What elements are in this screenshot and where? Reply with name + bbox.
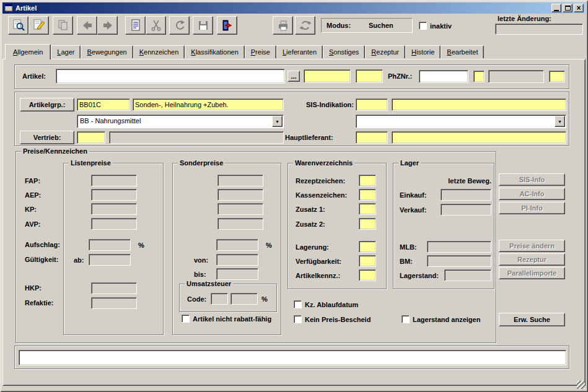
kein-preis-bescheid-checkbox[interactable]: Kein Preis-Bescheid [294,315,371,323]
cut-button[interactable] [146,16,166,35]
sis-indikation-text-input[interactable] [392,98,566,111]
vertrieb-name-field[interactable] [109,131,284,144]
status-section [14,346,569,369]
sonderpreise-group: Sonderpreise % von: bis: Umsatzsteuer Co… [172,163,281,335]
lagerstand-input[interactable] [444,269,491,281]
tab-historie[interactable]: Historie [405,45,441,58]
artikelgrp-button[interactable]: Artikelgrp.: [20,98,74,111]
indikation-dropdown-button[interactable]: ▼ [555,116,565,127]
lagerung-input[interactable] [359,241,376,253]
kz-ablaufdatum-checkbox[interactable]: Kz. Ablaufdatum [294,300,358,308]
bis-input[interactable] [216,268,258,280]
rabatt-checkbox[interactable]: Artikel nicht rabatt-fähig [182,315,271,323]
gueltig-ab-input[interactable] [89,254,131,266]
mlb-input[interactable] [427,241,491,253]
ust-satz-input[interactable] [230,293,258,305]
pi-info-button[interactable]: PI-Info [499,202,565,214]
vertrieb-button[interactable]: Vertrieb: [20,131,74,144]
modus-panel: Modus: Suchen [321,18,413,33]
tab-klassifikationen[interactable]: Klassifikationen [185,45,244,58]
hauptlieferant-name-input[interactable] [392,131,566,144]
sonderpreis-input-2[interactable] [217,189,263,201]
phznr-input[interactable] [419,70,468,83]
vertrieb-code-input[interactable] [77,131,105,144]
forward-button[interactable] [97,16,118,35]
artikel-input[interactable] [56,69,285,84]
copy-button[interactable] [53,16,73,35]
hkp-input[interactable] [91,282,137,294]
warengruppe-dropdown-button[interactable]: ▼ [272,116,283,127]
einkauf-input[interactable] [441,189,491,201]
hauptlieferant-code-input[interactable] [356,131,388,144]
refresh-button[interactable] [169,16,190,35]
ac-info-button[interactable]: AC-Info [499,188,565,200]
print-button[interactable] [273,16,293,35]
exit-button[interactable] [217,16,237,35]
percent-label: % [261,295,268,303]
tab-preise[interactable]: Preise [245,45,276,58]
refaktie-input[interactable] [91,297,137,309]
lagerstand-anzeigen-checkbox[interactable]: Lagerstand anzeigen [402,315,480,323]
von-input[interactable] [216,254,258,266]
save-button[interactable] [193,16,213,35]
sonderpreis-input-4[interactable] [217,218,263,230]
kassenzeichen-input[interactable] [359,189,376,201]
zusatz2-input[interactable] [359,218,376,230]
sis-info-button[interactable]: SIS-Info [499,173,565,186]
tab-sonstiges[interactable]: Sonstiges [323,45,365,58]
parallelimporte-button[interactable]: Parallelimporte [499,267,565,279]
minimize-button[interactable] [551,4,561,12]
zusatz1-input[interactable] [359,203,376,215]
phznr-info-field[interactable] [488,70,544,83]
back-button[interactable] [77,16,97,35]
sonderpreis-input-1[interactable] [217,175,263,186]
tab-rezeptur[interactable]: Rezeptur [365,45,405,58]
tab-lager[interactable]: Lager [51,45,81,58]
tab-kennzeichen[interactable]: Kennzeichen [133,45,185,58]
edit-button[interactable] [29,16,49,35]
sis-indikation-label: SIS-Indikation: [306,101,354,109]
kp-input[interactable] [91,203,137,215]
warengruppe-select[interactable]: BB - Nahrungsmittel ▼ [77,115,284,128]
ust-code-input[interactable] [211,293,228,305]
verkauf-input[interactable] [441,204,491,216]
artikelkennz-input[interactable] [359,269,376,281]
tab-bewegungen[interactable]: Bewegungen [81,45,133,58]
phznr-check-field[interactable] [473,71,485,82]
artikelgrp-code-input[interactable] [77,98,130,111]
reload-button[interactable] [295,16,315,35]
bm-input[interactable] [427,255,491,267]
indikation-select[interactable]: ▼ [356,115,566,128]
tab-allgemein[interactable]: Allgemein [5,44,51,59]
phznr-check-field-2[interactable] [549,71,565,82]
resize-grip[interactable] [577,381,585,389]
kp-label: KP: [25,206,37,214]
artikel-browse-button[interactable]: ... [287,71,300,82]
back-arrow-icon [81,19,94,32]
close-button[interactable]: × [574,4,584,12]
preise-aendern-button[interactable]: Preise ändern [499,240,565,252]
avp-input[interactable] [91,218,137,230]
sis-indikation-code-input[interactable] [356,98,388,111]
tab-bearbeitet[interactable]: Bearbeitet [441,45,484,58]
phznr-label: PhZNr.: [388,72,412,81]
status-input[interactable] [19,350,566,365]
erw-suche-button[interactable]: Erw. Suche [499,313,565,326]
artikel-code-field-1[interactable] [304,69,351,83]
document-button[interactable] [125,16,146,35]
aufschlag-input[interactable] [89,239,131,251]
verfuegbarkeit-input[interactable] [359,255,376,267]
aep-input[interactable] [91,189,137,201]
artikel-code-field-2[interactable] [356,69,383,83]
fap-input[interactable] [91,175,137,186]
sonder-aufschlag-input[interactable] [216,239,258,251]
artikelgrp-name-input[interactable] [133,98,284,111]
inaktiv-checkbox[interactable]: inaktiv [419,22,452,30]
sonderpreis-input-3[interactable] [217,203,263,215]
letzte-aenderung-field[interactable] [495,24,583,35]
search-button[interactable] [8,16,29,35]
rezeptur-button[interactable]: Rezeptur [499,253,565,266]
tab-lieferanten[interactable]: Lieferanten [276,45,323,58]
rezeptzeichen-input[interactable] [359,175,376,186]
maximize-button[interactable] [563,4,573,12]
